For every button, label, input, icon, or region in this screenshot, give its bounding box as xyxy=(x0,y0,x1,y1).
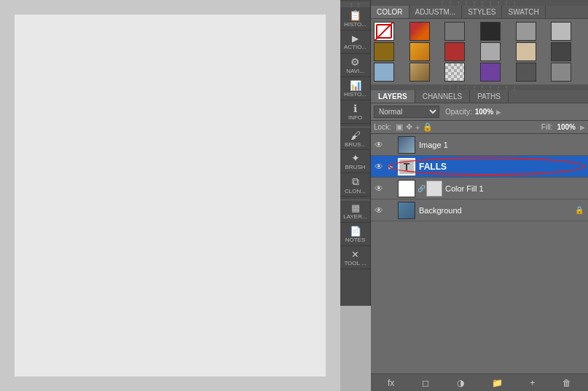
navigator-label: NAVI... xyxy=(346,68,364,74)
swatch-17[interactable] xyxy=(551,63,571,82)
layer-row-colorfill[interactable]: 👁 🔗 Color Fill 1 xyxy=(371,178,588,200)
brush-icon: ✦ xyxy=(351,152,360,164)
blend-mode-select[interactable]: Normal xyxy=(374,106,439,118)
tab-swatch[interactable]: SWATCH xyxy=(502,6,545,18)
tool-histogram[interactable]: 📊 HISTO... xyxy=(340,77,370,100)
canvas-area xyxy=(0,0,340,391)
swatch-2[interactable] xyxy=(444,22,465,41)
group-button[interactable]: 📁 xyxy=(489,376,506,390)
layer-thumb-falls: T xyxy=(398,158,415,175)
swatch-10[interactable] xyxy=(516,42,536,61)
swatch-4[interactable] xyxy=(516,22,536,41)
tool-panel-drag-bar[interactable]: ⋮⋮ xyxy=(340,1,370,7)
actions-icon: ▶ xyxy=(352,33,358,44)
navigator-icon: ⚙ xyxy=(350,56,360,68)
brush-label: BRUSH xyxy=(345,164,365,170)
lock-icon[interactable]: 🔒 xyxy=(423,122,433,132)
histogram-label: HISTO... xyxy=(344,91,366,98)
swatch-8[interactable] xyxy=(444,42,465,61)
fx-button[interactable]: fx xyxy=(385,376,397,390)
layer-eye-falls[interactable]: 👁 xyxy=(372,160,385,173)
swatch-1[interactable] xyxy=(409,22,430,41)
brush-presets-label: BRUS... xyxy=(345,141,366,148)
notes-icon: 📄 xyxy=(350,226,361,237)
histogram-icon: 📊 xyxy=(350,80,361,91)
swatches-panel xyxy=(371,19,588,84)
swatch-0[interactable] xyxy=(374,22,394,41)
layer-row-falls[interactable]: 👁 ▶ T FALLS xyxy=(371,156,588,178)
canvas-inner xyxy=(15,15,326,376)
tab-color[interactable]: COLOR xyxy=(371,6,409,18)
tool-history[interactable]: 📋 HISTO... xyxy=(340,7,370,31)
swatch-14[interactable] xyxy=(444,63,465,82)
swatch-9[interactable] xyxy=(480,42,501,61)
top-drag-bar[interactable]: ⋮⋮⋮⋮⋮⋮⋮⋮⋮⋮ xyxy=(371,0,588,6)
layer-eye-colorfill[interactable]: 👁 xyxy=(372,182,385,195)
swatches-grid xyxy=(374,22,585,82)
layer-row-background[interactable]: 👁 Background 🔒 xyxy=(371,200,588,221)
lock-icons: ▣ ✥ + 🔒 xyxy=(396,122,433,132)
layers-tabs-row: LAYERS CHANNELS PATHS xyxy=(371,90,588,103)
tool-actions[interactable]: ▶ ACTIO... xyxy=(340,31,370,54)
swatch-13[interactable] xyxy=(409,63,430,82)
opacity-arrow[interactable]: ▶ xyxy=(496,108,501,116)
tab-paths[interactable]: PATHS xyxy=(470,90,509,103)
lock-label: Lock: xyxy=(374,123,391,131)
right-panels: ⋮⋮⋮⋮⋮⋮⋮⋮⋮⋮ COLOR ADJUSTM... STYLES SWATC… xyxy=(371,0,588,391)
lock-position-icon[interactable]: ✥ xyxy=(406,122,412,132)
new-layer-button[interactable]: + xyxy=(527,376,538,390)
tool-brush-presets[interactable]: 🖌 BRUS... xyxy=(340,127,370,150)
opacity-label: Opacity: xyxy=(445,108,472,116)
layer-comps-icon: ▦ xyxy=(351,202,360,213)
lock-pixels-icon[interactable]: ▣ xyxy=(396,122,403,132)
layer-name-background: Background xyxy=(419,206,575,215)
layer-thumb-image1 xyxy=(398,136,415,154)
layers-controls: Normal Opacity: 100% ▶ xyxy=(371,103,588,121)
layer-lock-background: 🔒 xyxy=(575,206,584,214)
tool-brush[interactable]: ✦ BRUSH xyxy=(340,150,370,173)
tab-channels[interactable]: CHANNELS xyxy=(415,90,470,103)
layer-mask-colorfill xyxy=(426,181,442,197)
swatch-5[interactable] xyxy=(551,22,571,41)
mid-drag-bar[interactable]: ⋮⋮⋮⋮⋮⋮⋮⋮⋮⋮ xyxy=(371,84,588,90)
swatch-12[interactable] xyxy=(374,63,394,82)
tool-info[interactable]: ℹ INFO xyxy=(340,100,370,124)
layers-section: LAYERS CHANNELS PATHS Normal Opacity: 10… xyxy=(371,90,588,391)
tab-adjustments[interactable]: ADJUSTM... xyxy=(409,6,463,18)
tool-layer-comps[interactable]: ▦ LAYER... xyxy=(340,200,370,223)
tool-clone[interactable]: ⧉ CLON... xyxy=(340,173,370,197)
swatch-3[interactable] xyxy=(480,22,501,41)
tool-presets-label: TOOL ... xyxy=(344,260,366,266)
swatch-16[interactable] xyxy=(516,63,536,82)
tool-notes[interactable]: 📄 NOTES xyxy=(340,223,370,246)
swatch-11[interactable] xyxy=(551,42,571,61)
delete-layer-button[interactable]: 🗑 xyxy=(560,376,574,390)
fill-arrow[interactable]: ▶ xyxy=(580,124,585,131)
add-mask-button[interactable]: ◻ xyxy=(419,376,432,390)
lock-all-icon[interactable]: + xyxy=(415,123,420,132)
tool-navigator[interactable]: ⚙ NAVI... xyxy=(340,54,370,77)
lock-row: Lock: ▣ ✥ + 🔒 Fill: 100% ▶ xyxy=(371,121,588,134)
swatch-7[interactable] xyxy=(409,42,430,61)
layers-bottom: fx ◻ ◑ 📁 + 🗑 xyxy=(371,374,588,391)
tab-layers[interactable]: LAYERS xyxy=(371,90,415,103)
swatch-6[interactable] xyxy=(374,42,394,61)
layer-link-colorfill[interactable]: 🔗 xyxy=(418,182,425,195)
fill-label: Fill: xyxy=(541,123,553,131)
clone-label: CLON... xyxy=(345,188,366,194)
layer-name-colorfill: Color Fill 1 xyxy=(445,184,587,193)
tab-styles[interactable]: STYLES xyxy=(462,6,502,18)
layer-eye-image1[interactable]: 👁 xyxy=(372,138,385,151)
brush-presets-icon: 🖌 xyxy=(350,130,361,141)
swatch-15[interactable] xyxy=(480,63,501,82)
layer-thumb-colorfill xyxy=(398,180,415,197)
fill-value: 100% xyxy=(557,123,576,131)
clone-icon: ⧉ xyxy=(352,175,359,188)
layer-eye-background[interactable]: 👁 xyxy=(372,204,385,217)
layer-thumb-background xyxy=(398,202,415,219)
layer-row-image1[interactable]: 👁 Image 1 xyxy=(371,134,588,156)
adjustment-layer-button[interactable]: ◑ xyxy=(454,376,467,390)
history-icon: 📋 xyxy=(349,9,361,21)
info-label: INFO xyxy=(348,114,362,121)
tool-presets[interactable]: ✕ TOOL ... xyxy=(340,246,370,269)
